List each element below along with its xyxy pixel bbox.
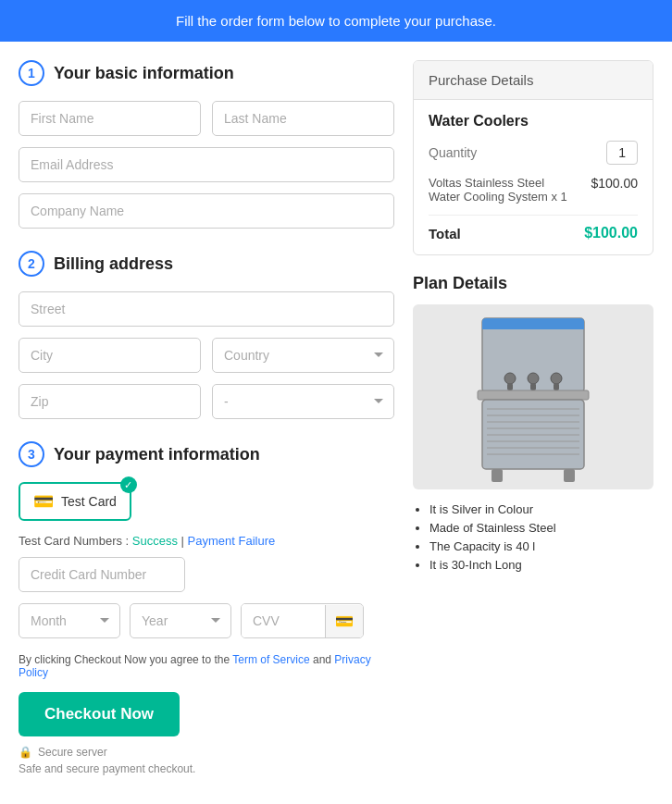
first-name-group <box>19 101 201 136</box>
city-input[interactable] <box>19 338 201 373</box>
street-row <box>19 291 394 327</box>
item-description: Voltas Stainless Steel Water Cooling Sys… <box>429 176 577 204</box>
svg-point-5 <box>528 373 539 384</box>
svg-point-7 <box>551 373 562 384</box>
svg-rect-9 <box>478 390 589 400</box>
card-option[interactable]: 💳 Test Card ✓ <box>19 482 131 521</box>
safe-text: Safe and secure payment checkout. <box>19 762 394 775</box>
svg-rect-19 <box>492 469 503 482</box>
name-row <box>19 101 394 136</box>
svg-rect-6 <box>530 383 536 390</box>
total-price: $100.00 <box>584 225 638 241</box>
item-price: $100.00 <box>591 176 638 191</box>
svg-rect-20 <box>564 469 575 482</box>
street-group <box>19 291 394 327</box>
svg-rect-2 <box>482 326 584 329</box>
cvv-group: 💳 <box>241 603 364 638</box>
city-group <box>19 338 201 373</box>
test-card-info: Test Card Numbers : Success | Payment Fa… <box>19 534 394 548</box>
plan-details: Plan Details <box>413 274 653 572</box>
section-basic-info: 1 Your basic information <box>19 60 394 229</box>
zip-state-row: - <box>19 384 394 419</box>
street-input[interactable] <box>19 291 394 327</box>
quantity-row: Quantity 1 <box>429 141 638 165</box>
month-select[interactable]: Month <box>19 603 120 638</box>
svg-rect-8 <box>554 383 559 390</box>
quantity-label: Quantity <box>429 145 477 160</box>
section-billing: 2 Billing address Country <box>19 251 394 419</box>
check-badge: ✓ <box>120 476 137 493</box>
product-image-box <box>413 304 653 489</box>
city-country-row: Country <box>19 338 394 373</box>
step3-circle: 3 <box>19 441 44 467</box>
cvv-input[interactable] <box>242 604 325 637</box>
purchase-details-header: Purchase Details <box>414 61 653 100</box>
first-name-input[interactable] <box>19 101 201 136</box>
terms-text: By clicking Checkout Now you agree to th… <box>19 653 394 679</box>
company-row <box>19 193 394 229</box>
card-label: Test Card <box>61 494 117 509</box>
company-input[interactable] <box>19 193 394 229</box>
secure-info: 🔒 Secure server <box>19 746 394 759</box>
plan-feature-item: The Capacity is 40 l <box>429 539 653 553</box>
step2-circle: 2 <box>19 251 44 277</box>
right-column: Purchase Details Water Coolers Quantity … <box>413 60 653 798</box>
section2-title: 2 Billing address <box>19 251 394 277</box>
success-link[interactable]: Success <box>132 534 178 548</box>
state-select[interactable]: - <box>212 384 394 419</box>
item-row: Voltas Stainless Steel Water Cooling Sys… <box>429 176 638 204</box>
zip-input[interactable] <box>19 384 201 419</box>
card-icon: 💳 <box>33 491 54 512</box>
svg-rect-4 <box>507 383 513 390</box>
email-group <box>19 147 394 182</box>
credit-card-icon: 💳 <box>325 605 363 637</box>
plan-feature-item: It is Silver in Colour <box>429 502 653 516</box>
zip-group <box>19 384 201 419</box>
state-group: - <box>212 384 394 419</box>
email-input[interactable] <box>19 147 394 182</box>
total-row: Total $100.00 <box>429 215 638 241</box>
left-column: 1 Your basic information <box>19 60 394 798</box>
failure-link[interactable]: Payment Failure <box>188 534 276 548</box>
expiry-row: Month Year 💳 <box>19 603 394 638</box>
plan-features: It is Silver in ColourMade of Stainless … <box>413 502 653 572</box>
plan-feature-item: Made of Stainless Steel <box>429 521 653 535</box>
section3-title: 3 Your payment information <box>19 441 394 467</box>
quantity-value: 1 <box>606 141 638 165</box>
section-payment: 3 Your payment information 💳 Test Card ✓… <box>19 441 394 775</box>
country-group: Country <box>212 338 394 373</box>
last-name-group <box>212 101 394 136</box>
purchase-details: Purchase Details Water Coolers Quantity … <box>413 60 653 255</box>
email-row <box>19 147 394 182</box>
water-cooler-image <box>468 309 598 485</box>
country-select[interactable]: Country <box>212 338 394 373</box>
step1-circle: 1 <box>19 60 44 86</box>
company-group <box>19 193 394 229</box>
terms-link[interactable]: Term of Service <box>232 653 309 666</box>
year-select[interactable]: Year <box>130 603 231 638</box>
lock-icon: 🔒 <box>19 746 32 759</box>
last-name-input[interactable] <box>212 101 394 136</box>
total-label: Total <box>429 226 461 241</box>
product-name: Water Coolers <box>429 113 638 130</box>
svg-point-3 <box>504 373 516 384</box>
cc-number-input[interactable] <box>19 557 185 592</box>
section1-title: 1 Your basic information <box>19 60 394 86</box>
cc-input-group <box>19 557 394 592</box>
plan-title: Plan Details <box>413 274 653 293</box>
plan-feature-item: It is 30-Inch Long <box>429 558 653 572</box>
purchase-details-body: Water Coolers Quantity 1 Voltas Stainles… <box>414 100 653 254</box>
top-banner: Fill the order form below to complete yo… <box>0 0 672 42</box>
checkout-button[interactable]: Checkout Now <box>19 692 180 736</box>
